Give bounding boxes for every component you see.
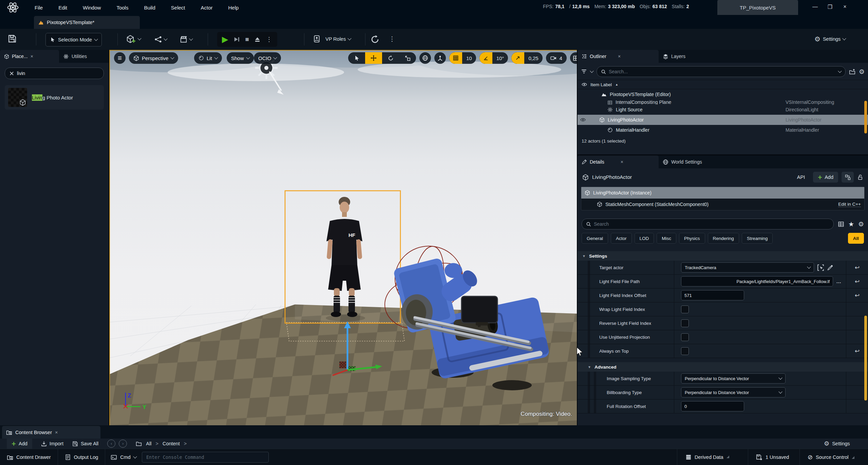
column-item-label[interactable]: Item Label bbox=[590, 82, 612, 87]
derived-data-button[interactable]: Derived Data bbox=[685, 454, 729, 460]
category-rendering[interactable]: Rendering bbox=[708, 233, 739, 244]
level-tab[interactable]: PixotopeVSTemplate* bbox=[34, 16, 140, 29]
save-icon[interactable] bbox=[8, 34, 17, 43]
revert-icon[interactable]: ↩ bbox=[846, 275, 868, 288]
stop-icon[interactable]: ■ bbox=[243, 36, 251, 43]
grid-snap-control[interactable]: 10 bbox=[449, 52, 476, 64]
revert-icon[interactable]: ↩ bbox=[846, 261, 868, 274]
favorites-star-icon[interactable]: ★ bbox=[848, 220, 854, 228]
place-search-input[interactable] bbox=[17, 71, 99, 76]
category-lod[interactable]: LOD bbox=[635, 233, 654, 244]
import-button[interactable]: Import bbox=[41, 441, 63, 447]
outliner-row-clipped[interactable]: InternalCompositing Plane VSInternalComp… bbox=[578, 99, 868, 105]
menu-select[interactable]: Select bbox=[170, 3, 186, 12]
camera-speed-control[interactable]: 4 bbox=[546, 52, 567, 64]
browse-ellipsis-button[interactable]: ... bbox=[836, 279, 841, 284]
vp-roles-dropdown[interactable]: VP Roles bbox=[313, 35, 351, 43]
menu-build[interactable]: Build bbox=[143, 3, 156, 12]
place-result-item[interactable]: Living Photo Actor bbox=[5, 85, 104, 110]
outliner-row-level[interactable]: PixotopeVSTemplate (Editor) bbox=[578, 89, 868, 99]
add-asset-button[interactable]: Add bbox=[7, 439, 32, 449]
minimize-button[interactable]: — bbox=[808, 2, 823, 12]
pick-actor-icon[interactable] bbox=[817, 264, 824, 271]
billboarding-dropdown[interactable]: Perpendicular to Distance Vector bbox=[681, 387, 786, 397]
category-actor[interactable]: Actor bbox=[611, 233, 632, 244]
view-mode-lit[interactable]: Lit bbox=[194, 52, 222, 64]
outliner-row-livingphotoactor[interactable]: LivingPhotoActor LivingPhotoActor bbox=[578, 115, 868, 125]
tab-place-actors[interactable]: Place... × bbox=[0, 50, 59, 63]
lightfield-path-input[interactable]: Package/Lightfields/Player1_ArmBack_Foll… bbox=[681, 276, 833, 286]
blueprints-button[interactable] bbox=[154, 36, 167, 43]
ocio-menu[interactable]: OCIO bbox=[254, 52, 281, 64]
category-physics[interactable]: Physics bbox=[679, 233, 705, 244]
advanced-section-header[interactable]: ▼ Advanced bbox=[578, 362, 868, 372]
place-search-field[interactable] bbox=[5, 68, 104, 79]
menu-window[interactable]: Window bbox=[82, 3, 101, 12]
target-actor-dropdown[interactable]: TrackedCamera bbox=[681, 262, 814, 273]
filter-funnel-icon[interactable] bbox=[581, 69, 587, 75]
close-window-button[interactable]: × bbox=[837, 2, 852, 12]
unjittered-projection-checkbox[interactable] bbox=[681, 333, 689, 341]
scale-tool[interactable] bbox=[399, 52, 416, 64]
grid-snap-value[interactable]: 10 bbox=[462, 52, 476, 64]
category-general[interactable]: General bbox=[582, 233, 608, 244]
full-rotation-offset-input[interactable]: 0 bbox=[681, 401, 744, 411]
rotation-snap-value[interactable]: 10° bbox=[492, 52, 508, 64]
menu-file[interactable]: File bbox=[34, 3, 43, 12]
breadcrumb-all[interactable]: All bbox=[146, 441, 151, 446]
display-filter-table-icon[interactable] bbox=[838, 221, 844, 227]
close-icon[interactable]: × bbox=[31, 54, 33, 59]
content-drawer-button[interactable]: Content Drawer bbox=[0, 454, 58, 461]
select-tool[interactable] bbox=[348, 52, 365, 64]
visibility-eye-icon[interactable] bbox=[582, 82, 587, 87]
wrap-index-checkbox[interactable] bbox=[681, 305, 689, 313]
close-icon[interactable]: × bbox=[55, 430, 58, 435]
menu-tools[interactable]: Tools bbox=[116, 3, 129, 12]
toolbar-dots-icon[interactable]: ⋮ bbox=[389, 35, 395, 43]
image-sampling-dropdown[interactable]: Perpendicular to Distance Vector bbox=[681, 373, 786, 384]
eject-icon[interactable] bbox=[252, 36, 262, 43]
restore-button[interactable]: ❐ bbox=[823, 2, 837, 12]
viewport[interactable]: HF bbox=[109, 50, 577, 425]
tab-details[interactable]: Details × bbox=[578, 155, 659, 168]
component-row-staticmesh[interactable]: StaticMeshComponent (StaticMeshComponent… bbox=[581, 199, 864, 210]
reverse-index-checkbox[interactable] bbox=[681, 319, 689, 327]
chevron-down-icon[interactable] bbox=[590, 69, 593, 73]
project-name-tab[interactable]: TP_PixotopeVS bbox=[717, 0, 798, 15]
blueprint-convert-icon[interactable] bbox=[842, 172, 854, 183]
rotate-tool[interactable] bbox=[382, 52, 399, 64]
always-on-top-checkbox[interactable] bbox=[681, 347, 689, 355]
world-local-space-toggle[interactable] bbox=[419, 52, 431, 64]
tab-content-browser[interactable]: Content Browser × bbox=[2, 426, 100, 439]
back-icon[interactable]: ‹ bbox=[107, 440, 115, 448]
source-control-button[interactable]: ⊘ Source Control bbox=[808, 453, 854, 461]
settings-section-header[interactable]: ▼ Settings bbox=[578, 251, 868, 261]
selection-mode-dropdown[interactable]: Selection Mode bbox=[45, 33, 102, 46]
show-flags-menu[interactable]: Show bbox=[227, 52, 254, 64]
menu-edit[interactable]: Edit bbox=[58, 3, 68, 12]
outliner-search-input[interactable] bbox=[609, 69, 836, 74]
details-search-input[interactable] bbox=[594, 221, 829, 227]
add-component-button[interactable]: Add bbox=[813, 172, 838, 183]
category-misc[interactable]: Misc bbox=[657, 233, 676, 244]
chevron-down-icon[interactable] bbox=[838, 69, 842, 73]
scale-snap-value[interactable]: 0,25 bbox=[524, 52, 542, 64]
move-tool[interactable] bbox=[365, 52, 382, 64]
play-options-dots-icon[interactable]: ⋮ bbox=[264, 36, 275, 43]
play-icon[interactable]: ▶ bbox=[220, 35, 230, 43]
outliner-search-field[interactable] bbox=[597, 66, 846, 77]
sync-pixotope-icon[interactable] bbox=[371, 35, 379, 44]
component-row-instance[interactable]: LivingPhotoActor (Instance) bbox=[581, 187, 864, 199]
surface-snapping-toggle[interactable] bbox=[434, 52, 446, 64]
eyedropper-icon[interactable] bbox=[827, 264, 833, 271]
tab-utilities[interactable]: Utilities bbox=[59, 50, 91, 63]
output-log-button[interactable]: Output Log bbox=[58, 454, 105, 460]
revert-icon[interactable]: ↩ bbox=[846, 289, 868, 302]
save-all-button[interactable]: Save All bbox=[72, 441, 98, 447]
rotation-snap-control[interactable]: 10° bbox=[479, 52, 508, 64]
close-icon[interactable]: × bbox=[618, 54, 621, 59]
category-streaming[interactable]: Streaming bbox=[742, 233, 773, 244]
details-search-field[interactable] bbox=[582, 219, 834, 229]
outliner-row-light[interactable]: Light Source DirectionalLight bbox=[578, 105, 868, 115]
add-actor-button[interactable] bbox=[126, 35, 141, 43]
